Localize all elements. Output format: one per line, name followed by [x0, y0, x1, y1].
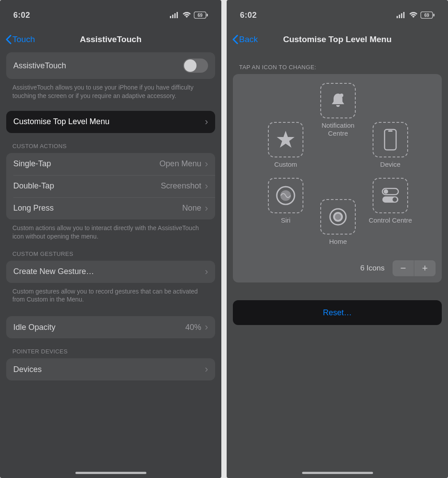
- icon-count-stepper: − +: [393, 260, 436, 276]
- icon-label: Notification Centre: [314, 121, 362, 137]
- reset-button[interactable]: Reset…: [233, 300, 442, 325]
- icon-label: Home: [329, 238, 347, 246]
- home-button-icon: [328, 207, 348, 227]
- chevron-right-icon: ›: [205, 181, 208, 191]
- svg-point-14: [340, 94, 343, 97]
- devices-row[interactable]: Devices ›: [6, 358, 215, 380]
- double-tap-value: Screenshot: [161, 181, 201, 191]
- single-tap-label: Single-Tap: [13, 159, 51, 168]
- nav-header: Touch AssistiveTouch: [0, 22, 221, 52]
- left-phone-assistivetouch: 6:02 69 Touch AssistiveTouch AssistiveTo…: [0, 0, 221, 478]
- svg-point-20: [384, 189, 388, 194]
- stepper-minus[interactable]: −: [393, 260, 414, 276]
- svg-rect-9: [401, 13, 402, 18]
- icon-count: 6 Icons: [360, 264, 385, 273]
- svg-point-22: [393, 197, 397, 202]
- notification-centre-slot[interactable]: Notification Centre: [314, 83, 362, 137]
- single-tap-value: Open Menu: [160, 159, 201, 168]
- back-button[interactable]: Back: [232, 35, 258, 44]
- status-bar: 6:02 69: [227, 0, 448, 22]
- home-slot[interactable]: Home: [314, 199, 362, 246]
- customise-top-level-menu-row[interactable]: Customise Top Level Menu ›: [6, 111, 215, 133]
- create-gesture-label: Create New Gesture…: [13, 267, 94, 276]
- control-centre-icon: [381, 187, 400, 204]
- create-gesture-row[interactable]: Create New Gesture… ›: [6, 261, 215, 283]
- chevron-left-icon: [232, 35, 238, 44]
- idle-opacity-value: 40%: [185, 323, 201, 332]
- long-press-value: None: [182, 204, 201, 213]
- status-bar: 6:02 69: [0, 0, 221, 22]
- battery-icon: 69: [194, 12, 208, 19]
- toggle-off[interactable]: [183, 59, 208, 73]
- status-time: 6:02: [240, 11, 257, 20]
- wifi-icon: [409, 12, 418, 18]
- svg-rect-8: [399, 15, 400, 18]
- chevron-left-icon: [5, 35, 12, 44]
- battery-icon: 69: [420, 12, 435, 19]
- chevron-right-icon: ›: [205, 204, 208, 213]
- icon-label: Siri: [281, 216, 291, 224]
- device-slot[interactable]: Device: [366, 122, 415, 168]
- svg-rect-1: [172, 15, 173, 18]
- nav-header: Back Customise Top Level Menu: [227, 22, 448, 52]
- notification-bell-icon: [329, 92, 347, 110]
- svg-rect-15: [385, 129, 396, 150]
- chevron-right-icon: ›: [205, 322, 208, 332]
- long-press-row[interactable]: Long Press None›: [6, 197, 215, 219]
- stepper-plus[interactable]: +: [414, 260, 436, 276]
- icon-count-row: 6 Icons − +: [239, 256, 436, 276]
- svg-text:69: 69: [197, 13, 203, 18]
- custom-gestures-header: CUSTOM GESTURES: [6, 241, 215, 261]
- custom-slot[interactable]: Custom: [261, 122, 310, 168]
- single-tap-row[interactable]: Single-Tap Open Menu›: [6, 153, 215, 175]
- toggle-label: AssistiveTouch: [13, 61, 66, 71]
- icon-arrangement-panel: Notification Centre Custom Device Siri C…: [233, 74, 442, 282]
- gestures-desc: Custom gestures allow you to record gest…: [6, 283, 215, 304]
- double-tap-row[interactable]: Double-Tap Screenshot›: [6, 175, 215, 197]
- toggle-desc: AssistiveTouch allows you to use your iP…: [6, 79, 215, 100]
- page-title: Customise Top Level Menu: [227, 35, 448, 44]
- double-tap-label: Double-Tap: [13, 181, 54, 191]
- home-indicator[interactable]: [75, 472, 146, 474]
- assistivetouch-toggle-row[interactable]: AssistiveTouch: [6, 52, 215, 79]
- device-phone-icon: [384, 129, 397, 151]
- back-label: Back: [239, 35, 258, 44]
- customise-label: Customise Top Level Menu: [13, 117, 110, 126]
- idle-opacity-label: Idle Opacity: [13, 323, 55, 332]
- svg-text:69: 69: [424, 13, 429, 18]
- chevron-right-icon: ›: [205, 267, 208, 277]
- pointer-devices-header: POINTER DEVICES: [6, 338, 215, 358]
- svg-point-25: [335, 214, 341, 220]
- icon-label: Control Centre: [369, 216, 412, 224]
- cellular-icon: [170, 12, 180, 18]
- idle-opacity-row[interactable]: Idle Opacity 40%›: [6, 316, 215, 338]
- icon-area: Notification Centre Custom Device Siri C…: [239, 83, 436, 256]
- reset-label: Reset…: [323, 308, 352, 317]
- devices-label: Devices: [13, 365, 42, 374]
- svg-rect-16: [388, 130, 393, 132]
- back-label: Touch: [12, 35, 35, 44]
- svg-rect-0: [170, 16, 171, 18]
- home-indicator[interactable]: [302, 472, 373, 474]
- long-press-label: Long Press: [13, 204, 54, 213]
- chevron-right-icon: ›: [205, 117, 208, 127]
- status-right-cluster: 69: [397, 12, 435, 19]
- icon-label: Custom: [274, 161, 297, 168]
- siri-slot[interactable]: Siri: [261, 178, 310, 224]
- wifi-icon: [182, 12, 191, 18]
- custom-actions-desc: Custom actions allow you to interact dir…: [6, 219, 215, 241]
- custom-star-icon: [276, 130, 295, 149]
- chevron-right-icon: ›: [205, 159, 208, 169]
- svg-rect-2: [174, 13, 176, 18]
- back-button[interactable]: Touch: [5, 35, 35, 44]
- status-right-cluster: 69: [170, 12, 208, 19]
- svg-rect-10: [403, 12, 405, 18]
- custom-actions-header: CUSTOM ACTIONS: [6, 133, 215, 153]
- siri-icon: [275, 185, 296, 206]
- status-time: 6:02: [13, 11, 30, 20]
- svg-rect-3: [177, 12, 178, 18]
- svg-rect-7: [397, 16, 398, 18]
- svg-rect-12: [433, 14, 435, 16]
- tap-prompt: TAP AN ICON TO CHANGE:: [233, 52, 442, 74]
- control-centre-slot[interactable]: Control Centre: [366, 178, 415, 224]
